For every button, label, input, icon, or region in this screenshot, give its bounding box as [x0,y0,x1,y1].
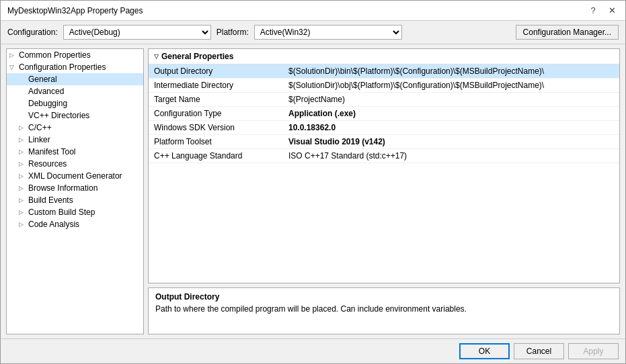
props-header-title: General Properties [161,52,233,61]
table-row[interactable]: Intermediate Directory $(SolutionDir)\ob… [149,79,619,93]
desc-text: Path to where the compiled program will … [155,304,613,314]
sidebar-item-configuration-properties[interactable]: ▽ Configuration Properties [7,61,143,73]
sidebar-item-linker[interactable]: ▷ Linker [7,134,143,146]
sidebar-item-manifest-tool[interactable]: ▷ Manifest Tool [7,146,143,158]
sidebar-item-label: Advanced [28,87,64,96]
sidebar-item-label: Debugging [28,99,67,108]
expand-icon: ▷ [9,52,17,58]
table-row[interactable]: Configuration Type Application (.exe) [149,107,619,121]
prop-name: Windows SDK Version [149,121,283,135]
sidebar-item-label: Linker [28,135,50,144]
prop-name: C++ Language Standard [149,149,283,163]
ok-button[interactable]: OK [459,343,510,359]
sidebar-item-label: C/C++ [28,123,52,132]
properties-table: Output Directory $(SolutionDir)\bin\$(Pl… [149,64,619,163]
sidebar-item-label: Manifest Tool [28,147,75,156]
prop-name: Platform Toolset [149,135,283,149]
close-button[interactable]: ✕ [605,4,619,17]
expand-icon: ▷ [19,185,27,191]
description-panel: Output Directory Path to where the compi… [148,287,620,334]
sidebar-item-label: Custom Build Step [28,208,95,217]
main-content: ▷ Common Properties ▽ Configuration Prop… [1,44,625,338]
property-pages-dialog: MyDesktopWin32App Property Pages ? ✕ Con… [0,0,626,364]
expand-icon: ▷ [19,124,27,131]
table-row[interactable]: Windows SDK Version 10.0.18362.0 [149,121,619,135]
cancel-button[interactable]: Cancel [514,343,564,359]
sidebar-item-label: Resources [28,159,67,169]
sidebar-item-cpp[interactable]: ▷ C/C++ [7,122,143,134]
prop-value: 10.0.18362.0 [283,121,619,135]
expand-icon: ▷ [19,148,27,155]
table-row[interactable]: C++ Language Standard ISO C++17 Standard… [149,149,619,163]
prop-value: $(SolutionDir)\bin\$(Platform)\$(Configu… [283,64,619,79]
sidebar-item-general[interactable]: General [7,73,143,85]
platform-label: Platform: [217,28,249,37]
sidebar-item-common-properties[interactable]: ▷ Common Properties [7,49,143,61]
prop-name: Target Name [149,93,283,107]
table-row[interactable]: Platform Toolset Visual Studio 2019 (v14… [149,135,619,149]
expand-icon: ▷ [19,161,27,167]
apply-button[interactable]: Apply [568,343,619,359]
sidebar-item-debugging[interactable]: Debugging [7,97,143,109]
config-label: Configuration: [7,28,58,37]
sidebar-item-label: XML Document Generator [28,171,122,181]
collapse-icon: ▽ [154,53,159,60]
properties-panel: ▽ General Properties Output Directory $(… [148,48,620,283]
sidebar-item-advanced[interactable]: Advanced [7,85,143,97]
sidebar-item-custom-build-step[interactable]: ▷ Custom Build Step [7,206,143,218]
configuration-manager-button[interactable]: Configuration Manager... [516,25,619,40]
platform-dropdown[interactable]: Active(Win32) [254,25,402,40]
dialog-title: MyDesktopWin32App Property Pages [7,6,143,15]
configuration-bar: Configuration: Active(Debug) Platform: A… [1,21,625,44]
right-panel: ▽ General Properties Output Directory $(… [148,48,620,334]
configuration-dropdown[interactable]: Active(Debug) [63,25,211,40]
sidebar-item-vcpp-directories[interactable]: VC++ Directories [7,109,143,122]
sidebar-item-xml-document-generator[interactable]: ▷ XML Document Generator [7,170,143,182]
sidebar-item-label: General [28,75,57,84]
prop-name: Output Directory [149,64,283,79]
prop-value: $(SolutionDir)\obj\$(Platform)\$(Configu… [283,79,619,93]
sidebar-item-label: Common Properties [19,50,91,60]
bottom-bar: OK Cancel Apply [1,338,625,363]
title-bar-controls: ? ✕ [586,4,619,17]
sidebar-item-label: Configuration Properties [19,62,106,72]
help-button[interactable]: ? [586,4,600,17]
prop-value: ISO C++17 Standard (std:c++17) [283,149,619,163]
prop-value: Visual Studio 2019 (v142) [283,135,619,149]
prop-name: Intermediate Directory [149,79,283,93]
desc-title: Output Directory [155,292,613,302]
props-header: ▽ General Properties [149,49,619,64]
table-row[interactable]: Target Name $(ProjectName) [149,93,619,107]
expand-icon: ▷ [19,173,27,179]
sidebar-item-build-events[interactable]: ▷ Build Events [7,194,143,206]
sidebar-item-resources[interactable]: ▷ Resources [7,158,143,170]
sidebar-item-label: Code Analysis [28,220,79,229]
sidebar-item-label: Build Events [28,195,73,205]
expand-icon: ▽ [9,64,17,71]
expand-icon: ▷ [19,209,27,216]
expand-icon: ▷ [19,136,27,143]
sidebar-item-browse-information[interactable]: ▷ Browse Information [7,182,143,194]
table-row[interactable]: Output Directory $(SolutionDir)\bin\$(Pl… [149,64,619,79]
sidebar-item-label: Browse Information [28,183,97,193]
expand-icon: ▷ [19,221,27,228]
prop-value: Application (.exe) [283,107,619,121]
tree-panel: ▷ Common Properties ▽ Configuration Prop… [6,48,144,334]
prop-name: Configuration Type [149,107,283,121]
sidebar-item-label: VC++ Directories [28,111,89,120]
expand-icon: ▷ [19,197,27,203]
title-bar: MyDesktopWin32App Property Pages ? ✕ [1,1,625,21]
sidebar-item-code-analysis[interactable]: ▷ Code Analysis [7,218,143,230]
prop-value: $(ProjectName) [283,93,619,107]
